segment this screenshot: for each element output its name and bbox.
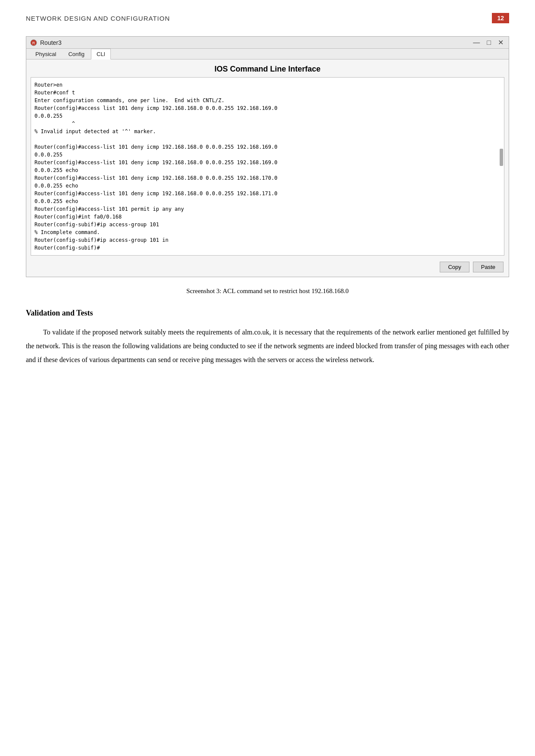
router-icon: R [30,39,38,47]
page-number: 12 [492,13,509,23]
tab-config[interactable]: Config [63,49,90,59]
tab-physical[interactable]: Physical [30,49,62,59]
close-button[interactable]: ✕ [496,38,505,47]
screenshot-caption: Screenshot 3: ACL command set to restric… [26,287,509,295]
router-title: Router3 [40,39,62,46]
tab-cli[interactable]: CLI [91,49,111,59]
section-heading: Validation and Tests [26,309,509,318]
copy-button[interactable]: Copy [440,262,469,272]
page-header: NETWORK DESIGN AND CONFIGURATION 12 [26,13,509,23]
maximize-button[interactable]: □ [485,39,493,47]
scrollbar-thumb[interactable] [500,149,503,166]
window-controls: — □ ✕ [471,38,505,47]
cli-buttons: Copy Paste [26,259,509,277]
titlebar-left: R Router3 [30,39,62,47]
cli-heading: IOS Command Line Interface [26,59,509,77]
cli-output: Router>en Router#conf t Enter configurat… [34,81,501,252]
body-paragraph: To validate if the proposed network suit… [26,325,509,367]
document-title: NETWORK DESIGN AND CONFIGURATION [26,15,170,22]
paste-button[interactable]: Paste [473,262,504,272]
svg-text:R: R [32,41,35,45]
router-window: R Router3 — □ ✕ Physical Config CLI IOS … [26,36,509,277]
router-titlebar: R Router3 — □ ✕ [26,37,509,49]
router-tabs: Physical Config CLI [26,49,509,59]
cli-terminal[interactable]: Router>en Router#conf t Enter configurat… [31,77,504,256]
minimize-button[interactable]: — [471,39,482,47]
